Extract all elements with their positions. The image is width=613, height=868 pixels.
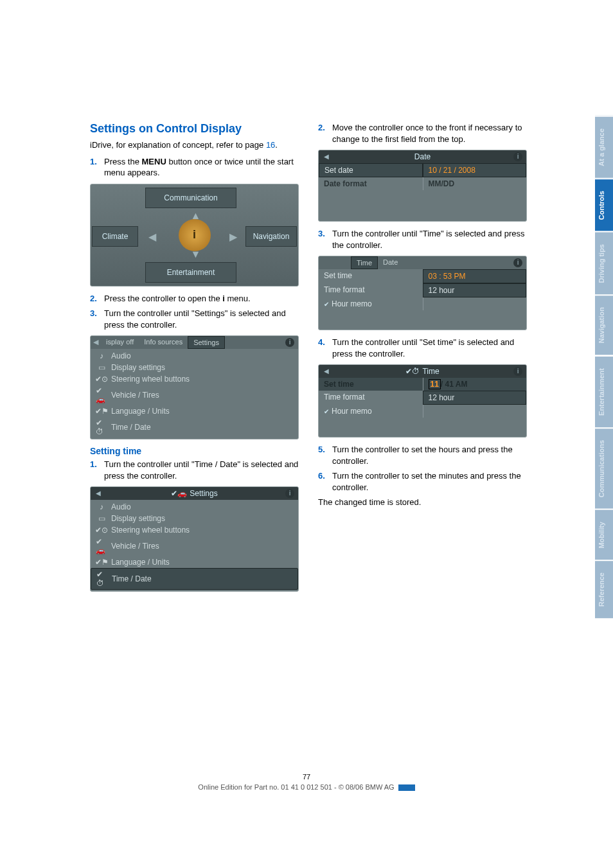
list-label: Vehicle / Tires — [111, 542, 159, 551]
tab-display-off: isplay off — [101, 336, 139, 349]
list-label: Language / Units — [111, 558, 170, 567]
tab-time: Time — [351, 256, 378, 269]
page-footer: 77 Online Edition for Part no. 01 41 0 0… — [0, 773, 613, 791]
vehicle-icon: ✔🚗 — [96, 386, 107, 404]
screenshot-start-menu: Communication Climate Navigation Enterta… — [90, 184, 299, 287]
intro-prefix: iDrive, for explanation of concept, refe… — [90, 140, 266, 150]
info-icon: i — [513, 258, 522, 267]
screenshot-time-tab: Time Date i Set time 03 : 53 PM Time for… — [318, 256, 527, 330]
steering-icon: ✔⊙ — [96, 375, 107, 384]
start-menu-navigation: Navigation — [245, 226, 297, 247]
clock-check-icon: ✔⏱ — [405, 367, 420, 376]
list-item: ✔🚗Vehicle / Tires — [91, 536, 298, 556]
row-time-format-value: 12 hour — [423, 391, 527, 405]
settings-title: Settings — [190, 489, 217, 498]
list-label: Language / Units — [111, 407, 170, 416]
audio-icon: ♪ — [96, 502, 107, 511]
thumb-driving-tips[interactable]: Driving tips — [595, 231, 613, 295]
thumb-navigation[interactable]: Navigation — [595, 294, 613, 355]
thumb-at-a-glance[interactable]: At a glance — [595, 116, 613, 178]
vehicle-icon: ✔🚗 — [96, 537, 107, 555]
thumb-reference[interactable]: Reference — [595, 560, 613, 618]
settings-checkcar-icon: ✔🚗 — [171, 489, 187, 498]
right-step-5: 5. Turn the controller to set the hours … — [318, 444, 527, 466]
step-number: 5. — [318, 444, 325, 456]
step-number: 3. — [90, 308, 97, 319]
info-icon: i — [285, 338, 294, 347]
footer-line: Online Edition for Part no. 01 41 0 012 … — [198, 783, 394, 791]
step-number: 1. — [90, 459, 97, 470]
list-label: Vehicle / Tires — [111, 391, 159, 400]
tab-info-sources: Info sources — [139, 336, 188, 349]
start-menu-entertainment: Entertainment — [145, 262, 236, 283]
list-label: Audio — [111, 502, 131, 511]
display-icon: ▭ — [96, 363, 107, 372]
r-step3-text: Turn the controller until "Time" is sele… — [332, 229, 524, 250]
intro-suffix: . — [275, 140, 278, 150]
row-set-time-label: Set time — [319, 378, 423, 391]
left-step-1: 1. Press the MENU button once or twice u… — [90, 156, 299, 179]
time-stored-note: The changed time is stored. — [318, 497, 527, 508]
language-icon: ✔⚑ — [96, 407, 107, 416]
list-label: Steering wheel buttons — [111, 375, 190, 384]
r-step4-text: Turn the controller until "Set time" is … — [332, 337, 514, 359]
step-number: 3. — [318, 228, 325, 240]
step-number: 2. — [318, 122, 325, 134]
thumb-entertainment[interactable]: Entertainment — [595, 355, 613, 427]
clock-icon: ✔⏱ — [96, 570, 108, 588]
r-step2-text: Move the controller once to the front if… — [332, 123, 522, 144]
r-step6-text: Turn the controller to set the minutes a… — [332, 471, 521, 492]
row-set-time-value: 03 : 53 PM — [423, 269, 527, 283]
clock-icon: ✔⏱ — [96, 418, 107, 436]
left-step-3: 3. Turn the controller until "Settings" … — [90, 308, 299, 330]
row-date-format-value: MM/DD — [423, 177, 527, 190]
list-label: Display settings — [111, 363, 165, 372]
list-item: ✔🚗Vehicle / Tires — [91, 385, 298, 405]
st-step1-text: Turn the controller until "Time / Date" … — [104, 459, 298, 481]
screenshot-settings-timedate: ◀ ✔🚗Settings ▶ i ♪Audio ▭Display setting… — [90, 486, 299, 592]
triangle-left-icon: ◀ — [324, 153, 329, 160]
left-column: Settings on Control Display iDrive, for … — [90, 122, 299, 598]
screenshot-set-time: ◀ ✔⏱Time ▶ i Set time 11/ 41 AM Time for… — [318, 364, 527, 438]
left-step-2: 2. Press the controller to open the i me… — [90, 293, 299, 305]
screenshot-date: ◀ Date ▶ i Set date 10 / 21 / 2008 Date … — [318, 150, 527, 222]
right-step-3: 3. Turn the controller until "Time" is s… — [318, 228, 527, 251]
page-number: 77 — [0, 773, 613, 781]
date-title: Date — [414, 152, 431, 161]
intro-paragraph: iDrive, for explanation of concept, refe… — [90, 139, 299, 151]
step-number: 4. — [318, 337, 325, 348]
chevron-left-icon: ◀ — [148, 231, 156, 243]
heading-settings: Settings on Control Display — [90, 122, 299, 136]
page-link-16[interactable]: 16 — [266, 140, 275, 150]
thumb-communications[interactable]: Communications — [595, 427, 613, 509]
list-label: Steering wheel buttons — [111, 526, 190, 535]
footer-bar-icon — [398, 784, 415, 791]
list-item: ▭Display settings — [91, 362, 298, 373]
row-hour-memo-value — [423, 297, 527, 310]
list-item: ♪Audio — [91, 350, 298, 362]
start-menu-communication: Communication — [145, 188, 236, 208]
right-step-4: 4. Turn the controller until "Set time" … — [318, 337, 527, 359]
info-icon: i — [513, 152, 522, 161]
row-date-format-label: Date format — [319, 177, 423, 190]
step3-text: Turn the controller until "Settings" is … — [104, 308, 286, 330]
step-number: 6. — [318, 470, 325, 482]
tab-date: Date — [378, 256, 403, 269]
minutes-ampm: / 41 AM — [441, 380, 468, 389]
thumb-mobility[interactable]: Mobility — [595, 509, 613, 560]
step2-suffix: menu. — [225, 294, 251, 303]
step-number: 1. — [90, 156, 97, 168]
start-menu-climate: Climate — [92, 226, 138, 247]
list-item: ▭Display settings — [91, 513, 298, 524]
list-item: ✔⊙Steering wheel buttons — [91, 524, 298, 536]
right-column: 2. Move the controller once to the front… — [318, 122, 527, 598]
right-step-2: 2. Move the controller once to the front… — [318, 122, 527, 145]
setting-time-step-1: 1. Turn the controller until "Time / Dat… — [90, 459, 299, 481]
triangle-left-icon: ◀ — [96, 490, 101, 497]
row-set-time-label: Set time — [319, 269, 423, 283]
r-step5-text: Turn the controller to set the hours and… — [332, 445, 513, 466]
list-item: ✔⏱Time / Date — [91, 417, 298, 438]
display-icon: ▭ — [96, 514, 107, 523]
row-hour-memo-value — [423, 405, 527, 418]
thumb-controls[interactable]: Controls — [595, 178, 613, 231]
